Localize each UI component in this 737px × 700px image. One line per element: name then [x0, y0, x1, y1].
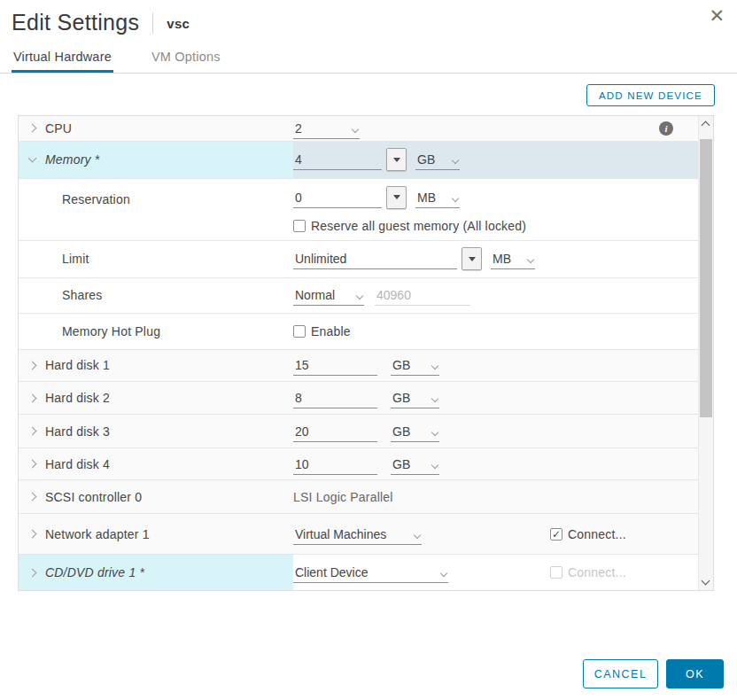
- row-hard-disk-2[interactable]: Hard disk 2 8 GB: [19, 382, 698, 415]
- vm-name: vsc: [167, 16, 190, 31]
- hd1-label: Hard disk 1: [45, 358, 110, 372]
- row-shares: Shares Normal 40960: [19, 278, 698, 314]
- chevron-right-icon[interactable]: [28, 393, 37, 402]
- hd2-label: Hard disk 2: [45, 391, 110, 405]
- row-memory[interactable]: Memory * 4 GB: [19, 142, 698, 179]
- reservation-label: Reservation: [62, 192, 130, 206]
- memory-input[interactable]: 4: [293, 149, 382, 170]
- reservation-unit-select[interactable]: MB: [415, 187, 460, 208]
- reservation-spinner[interactable]: [386, 186, 407, 209]
- cddvd-select[interactable]: Client Device: [293, 562, 448, 583]
- chevron-right-icon[interactable]: [28, 493, 37, 502]
- tab-bar: Virtual Hardware VM Options: [0, 46, 737, 74]
- shares-select[interactable]: Normal: [293, 284, 364, 306]
- row-cpu[interactable]: CPU 2 i: [19, 116, 698, 142]
- hd3-size-input[interactable]: 20: [293, 421, 377, 442]
- hd4-label: Hard disk 4: [45, 457, 110, 471]
- hd1-unit: GB: [392, 358, 410, 372]
- hotplug-value-cell: Enable: [293, 314, 698, 349]
- reservation-input[interactable]: 0: [293, 187, 382, 208]
- memory-unit: GB: [417, 152, 435, 167]
- memory-value: 4: [295, 152, 302, 167]
- chevron-right-icon[interactable]: [28, 362, 37, 370]
- scroll-up-icon[interactable]: [702, 121, 710, 130]
- chevron-down-icon: [356, 292, 363, 299]
- info-icon[interactable]: i: [659, 121, 673, 136]
- row-hard-disk-3[interactable]: Hard disk 3 20 GB: [19, 415, 698, 448]
- chevron-down-icon[interactable]: [28, 154, 37, 163]
- dialog-title: Edit Settings: [12, 10, 139, 35]
- limit-label: Limit: [62, 252, 89, 266]
- hd2-size-input[interactable]: 8: [293, 387, 377, 408]
- dialog-footer: CANCEL OK: [583, 659, 724, 688]
- chevron-down-icon: [527, 256, 534, 263]
- reservation-value: 0: [295, 191, 302, 205]
- hotplug-enable-checkbox[interactable]: [293, 325, 306, 338]
- limit-label-cell: Limit: [19, 241, 293, 277]
- chevron-down-icon: [414, 531, 421, 538]
- hd1-label-cell: Hard disk 1: [19, 350, 293, 382]
- network-value: Virtual Machines: [295, 527, 386, 541]
- network-select[interactable]: Virtual Machines: [293, 524, 422, 545]
- check-icon: ✓: [552, 529, 561, 540]
- ok-button[interactable]: OK: [666, 659, 724, 688]
- cpu-label: CPU: [45, 121, 72, 136]
- chevron-right-icon[interactable]: [28, 124, 37, 133]
- cddvd-connect-label: Connect...: [568, 565, 626, 579]
- hd4-unit-select[interactable]: GB: [391, 454, 439, 475]
- hardware-table: CPU 2 i Memory * 4 GB: [18, 115, 714, 591]
- limit-input[interactable]: Unlimited: [293, 248, 457, 269]
- hd2-unit-select[interactable]: GB: [391, 387, 439, 408]
- row-network-adapter[interactable]: Network adapter 1 Virtual Machines ✓ Con…: [19, 514, 698, 555]
- memory-unit-select[interactable]: GB: [415, 149, 460, 170]
- cpu-select[interactable]: 2: [293, 118, 360, 139]
- close-icon[interactable]: ✕: [709, 8, 725, 24]
- hd3-label-cell: Hard disk 3: [19, 415, 293, 447]
- scroll-down-icon[interactable]: [702, 577, 710, 586]
- cddvd-value: Client Device: [295, 565, 368, 579]
- hardware-rows: CPU 2 i Memory * 4 GB: [19, 116, 698, 590]
- chevron-down-icon: [452, 157, 459, 164]
- limit-value-cell: Unlimited MB: [293, 241, 698, 277]
- hd1-size-input[interactable]: 15: [293, 354, 377, 376]
- limit-value: Unlimited: [295, 252, 346, 266]
- chevron-down-icon: [431, 462, 438, 469]
- limit-spinner[interactable]: [462, 247, 482, 270]
- hd3-size: 20: [295, 424, 309, 439]
- add-new-device-button[interactable]: ADD NEW DEVICE: [586, 84, 715, 106]
- network-value-cell: Virtual Machines ✓ Connect...: [293, 514, 698, 554]
- shares-count-input: 40960: [375, 284, 470, 306]
- dialog-header: Edit Settings vsc ✕: [0, 0, 737, 37]
- hd4-size-input[interactable]: 10: [293, 454, 377, 475]
- tab-virtual-hardware[interactable]: Virtual Hardware: [12, 46, 113, 73]
- chevron-down-icon: [431, 429, 438, 436]
- memory-spinner[interactable]: [386, 148, 407, 171]
- hd1-unit-select[interactable]: GB: [391, 354, 439, 376]
- hd3-unit-select[interactable]: GB: [391, 421, 439, 442]
- scrollbar[interactable]: [698, 116, 713, 590]
- limit-unit: MB: [493, 252, 511, 266]
- scsi-value-cell: LSI Logic Parallel: [293, 480, 698, 513]
- cancel-button[interactable]: CANCEL: [583, 659, 658, 688]
- limit-unit-select[interactable]: MB: [491, 248, 535, 269]
- scrollbar-thumb[interactable]: [700, 139, 712, 417]
- hd4-unit: GB: [392, 457, 410, 471]
- reserve-all-checkbox[interactable]: [293, 220, 306, 232]
- chevron-down-icon: [352, 126, 359, 133]
- chevron-right-icon[interactable]: [28, 427, 37, 436]
- row-cddvd-drive[interactable]: CD/DVD drive 1 * Client Device Connect..…: [19, 555, 698, 590]
- hd3-unit: GB: [392, 424, 410, 439]
- row-hard-disk-4[interactable]: Hard disk 4 10 GB: [19, 448, 698, 480]
- row-hard-disk-1[interactable]: Hard disk 1 15 GB: [19, 350, 698, 383]
- memory-label: Memory *: [45, 152, 100, 167]
- chevron-down-icon: [440, 570, 447, 577]
- tab-vm-options[interactable]: VM Options: [150, 46, 222, 73]
- row-scsi-controller[interactable]: SCSI controller 0 LSI Logic Parallel: [19, 480, 698, 514]
- network-connect-checkbox[interactable]: ✓: [550, 528, 562, 541]
- hotplug-label-cell: Memory Hot Plug: [19, 314, 293, 349]
- chevron-right-icon[interactable]: [28, 568, 37, 577]
- chevron-right-icon[interactable]: [28, 530, 37, 539]
- chevron-right-icon[interactable]: [28, 460, 37, 469]
- chevron-down-icon: [431, 362, 438, 369]
- hd4-size: 10: [295, 457, 309, 471]
